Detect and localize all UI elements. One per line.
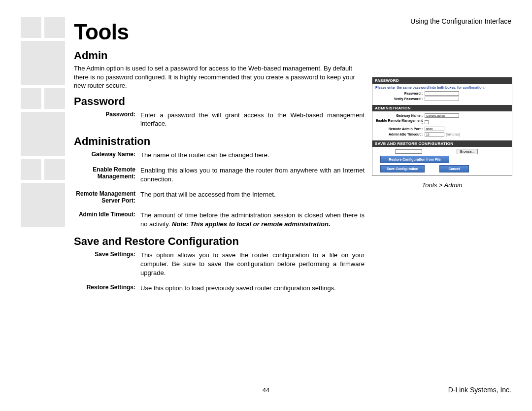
def-text: This option allows you to save the route… bbox=[140, 251, 365, 277]
def-label: Remote Management Server Port: bbox=[74, 190, 140, 204]
def-text: Use this option to load previously saved… bbox=[140, 284, 365, 293]
def-text: The amount of time before the administra… bbox=[140, 211, 365, 228]
def-label: Gateway Name: bbox=[74, 151, 140, 160]
heading-administration: Administration bbox=[74, 135, 365, 148]
fig-input-idle: 15 bbox=[425, 132, 444, 137]
fig-units-minutes: (minutes) bbox=[446, 133, 460, 136]
heading-password: Password bbox=[74, 95, 365, 108]
heading-save-restore: Save and Restore Configuration bbox=[74, 235, 365, 248]
fig-restore-button: Restore Configuration from File bbox=[380, 156, 449, 163]
def-text: Enabling this allows you to manage the r… bbox=[140, 166, 365, 183]
fig-file-input bbox=[395, 149, 422, 154]
fig-checkbox-remote bbox=[425, 120, 429, 124]
def-label: Restore Settings: bbox=[74, 284, 140, 293]
def-text: The name of the router can be changed he… bbox=[140, 151, 365, 160]
def-idle-timeout: Admin Idle Timeout: The amount of time b… bbox=[74, 211, 365, 228]
def-text: Enter a password the will grant access t… bbox=[140, 111, 365, 128]
admin-description: The Admin option is used to set a passwo… bbox=[74, 64, 365, 90]
fig-label-idle: Admin Idle Timeout : bbox=[375, 133, 425, 136]
fig-label-verify: Verify Password : bbox=[375, 97, 425, 101]
fig-label-enable-remote: Enable Remote Management : bbox=[375, 119, 425, 126]
header-section-title: Using the Configuration Interface bbox=[410, 17, 511, 25]
def-label: Password: bbox=[74, 111, 140, 128]
page-number: 44 bbox=[263, 386, 269, 394]
def-password: Password: Enter a password the will gran… bbox=[74, 111, 365, 128]
def-text: The port that will be accessed from the … bbox=[140, 190, 365, 204]
fig-cancel-button: Cancel bbox=[439, 165, 469, 172]
fig-input-remote-port: 8080 bbox=[425, 127, 444, 131]
def-gateway-name: Gateway Name: The name of the router can… bbox=[74, 151, 365, 160]
fig-input-password bbox=[425, 91, 459, 96]
fig-label-remote-port: Remote Admin Port : bbox=[375, 127, 425, 131]
fig-save-button: Save Configuration bbox=[380, 165, 425, 172]
decorative-sidebar bbox=[21, 17, 65, 230]
def-enable-remote: Enable Remote Management: Enabling this … bbox=[74, 166, 365, 183]
main-content: Tools Admin The Admin option is used to … bbox=[74, 20, 365, 300]
fig-browse-button: Browse... bbox=[457, 149, 478, 154]
fig-label-password: Password : bbox=[375, 92, 425, 95]
def-remote-port: Remote Management Server Port: The port … bbox=[74, 190, 365, 204]
heading-tools: Tools bbox=[74, 20, 365, 44]
fig-admin-header: ADMINISTRATION bbox=[372, 105, 512, 111]
def-label: Admin Idle Timeout: bbox=[74, 211, 140, 228]
fig-label-gwname: Gateway Name : bbox=[375, 114, 425, 117]
fig-input-gwname: GamerLounge bbox=[425, 113, 459, 118]
fig-input-verify bbox=[425, 97, 459, 101]
heading-admin: Admin bbox=[74, 49, 365, 62]
fig-save-header: SAVE AND RESTORE CONFIGURATION bbox=[372, 140, 512, 147]
def-label: Save Settings: bbox=[74, 251, 140, 277]
figure-caption: Tools > Admin bbox=[372, 181, 512, 189]
def-restore-settings: Restore Settings: Use this option to loa… bbox=[74, 284, 365, 293]
footer-company: D-Link Systems, Inc. bbox=[448, 386, 511, 394]
screenshot-figure: PASSWORD Please enter the same password … bbox=[372, 77, 512, 176]
def-save-settings: Save Settings: This option allows you to… bbox=[74, 251, 365, 277]
fig-password-header: PASSWORD bbox=[372, 77, 512, 84]
def-label: Enable Remote Management: bbox=[74, 166, 140, 183]
fig-password-note: Please enter the same password into both… bbox=[375, 86, 509, 89]
